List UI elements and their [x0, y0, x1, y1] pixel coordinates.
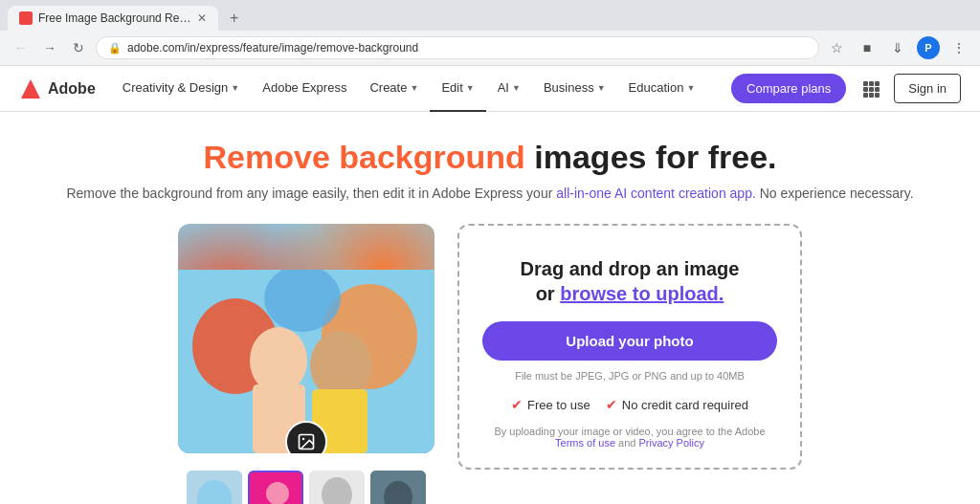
privacy-policy-link[interactable]: Privacy Policy [638, 437, 703, 449]
profile-button[interactable]: P [917, 36, 940, 59]
svg-rect-8 [863, 93, 868, 98]
hero-title-highlight: Remove background [204, 139, 525, 175]
adobe-navbar: Adobe Creativity & Design ▼ Adobe Expres… [0, 66, 980, 112]
adobe-logo-text: Adobe [48, 80, 96, 98]
preview-background [178, 224, 434, 453]
tab-label: Free Image Background Remo... [38, 11, 191, 25]
upload-area: Drag and drop an image or browse to uplo… [457, 224, 802, 470]
sign-in-button[interactable]: Sign in [894, 74, 961, 103]
hero-title: Remove background images for free. [19, 139, 961, 176]
bookmark-button[interactable]: ☆ [825, 36, 848, 59]
address-bar[interactable]: 🔒 adobe.com/in/express/feature/image/rem… [96, 36, 819, 59]
nav-item-business[interactable]: Business ▼ [532, 66, 617, 112]
menu-button[interactable]: ⋮ [947, 36, 970, 59]
svg-rect-5 [863, 87, 868, 92]
nav-item-ai[interactable]: AI ▼ [486, 66, 532, 112]
badge-1-text: Free to use [527, 398, 590, 412]
main-preview-image [178, 224, 434, 453]
hero-title-rest: images for free. [525, 139, 777, 175]
file-info-text: File must be JPEG, JPG or PNG and up to … [482, 370, 777, 382]
badges-row: ✔ Free to use ✔ No credit card required [482, 397, 777, 412]
nav-creativity-label: Creativity & Design [122, 80, 229, 95]
browser-chrome: Free Image Background Remo... ✕ + ← → ↻ … [0, 0, 980, 66]
chevron-down-icon: ▼ [231, 83, 239, 93]
browser-controls: ← → ↻ 🔒 adobe.com/in/express/feature/ima… [0, 31, 980, 65]
nav-business-label: Business [544, 80, 594, 95]
hero-subtitle: Remove the background from any image eas… [19, 186, 961, 201]
adobe-logo[interactable]: Adobe [19, 77, 96, 100]
upload-title: Drag and drop an image or browse to uplo… [482, 256, 777, 306]
nav-express-label: Adobe Express [262, 80, 346, 95]
tab-bar: Free Image Background Remo... ✕ + [0, 0, 980, 31]
svg-marker-0 [20, 12, 32, 24]
svg-point-24 [266, 482, 289, 504]
nav-edit-label: Edit [441, 80, 462, 95]
chevron-down-icon-education: ▼ [686, 83, 695, 93]
nav-create-label: Create [369, 80, 407, 95]
svg-rect-10 [875, 93, 880, 98]
thumbnail-row [178, 471, 434, 504]
image-preview [178, 224, 434, 504]
thumbnail-4[interactable] [370, 471, 426, 504]
main-content: Remove background images for free. Remov… [0, 112, 980, 504]
tab-favicon [19, 11, 33, 25]
adobe-logo-icon [19, 77, 42, 100]
svg-point-20 [302, 438, 305, 441]
browse-prefix: or [536, 283, 561, 304]
lock-icon: 🔒 [108, 42, 122, 55]
hero-link[interactable]: all-in-one AI content creation app. [556, 186, 756, 201]
chevron-down-icon-business: ▼ [597, 83, 606, 93]
apps-icon [862, 80, 880, 98]
compare-plans-button[interactable]: Compare plans [731, 74, 846, 103]
nav-ai-label: AI [498, 80, 509, 95]
browse-link[interactable]: browse to upload. [560, 283, 724, 304]
checkmark-icon-2: ✔ [606, 397, 617, 412]
free-to-use-badge: ✔ Free to use [511, 397, 590, 412]
thumbnail-3[interactable] [309, 471, 365, 504]
nav-item-edit[interactable]: Edit ▼ [430, 66, 485, 112]
svg-rect-7 [875, 87, 880, 92]
terms-of-use-link[interactable]: Terms of use [555, 437, 615, 449]
content-area: Drag and drop an image or browse to uplo… [19, 224, 961, 504]
svg-rect-3 [869, 81, 874, 86]
drag-drop-text: Drag and drop an image [521, 258, 740, 279]
browser-actions: ☆ ■ ⇓ P ⋮ [825, 36, 970, 59]
nav-item-creativity[interactable]: Creativity & Design ▼ [111, 66, 251, 112]
no-credit-card-badge: ✔ No credit card required [606, 397, 748, 412]
upload-photo-button[interactable]: Upload your photo [482, 321, 777, 361]
checkmark-icon-1: ✔ [511, 397, 523, 412]
new-tab-button[interactable]: + [222, 6, 246, 31]
svg-rect-9 [869, 93, 874, 98]
forward-button[interactable]: → [38, 36, 61, 59]
badge-2-text: No credit card required [622, 398, 748, 412]
browser-tab[interactable]: Free Image Background Remo... ✕ [8, 6, 218, 31]
back-button[interactable]: ← [10, 36, 33, 59]
svg-rect-6 [869, 87, 874, 92]
download-button[interactable]: ⇓ [886, 36, 909, 59]
tab-close-icon[interactable]: ✕ [197, 11, 207, 25]
thumbnail-1[interactable] [187, 471, 242, 504]
svg-marker-1 [21, 79, 40, 99]
nav-item-express[interactable]: Adobe Express [251, 66, 358, 112]
address-text: adobe.com/in/express/feature/image/remov… [127, 41, 807, 55]
svg-rect-4 [875, 81, 880, 86]
nav-item-create[interactable]: Create ▼ [358, 66, 430, 112]
svg-rect-2 [863, 81, 868, 86]
thumbnail-2[interactable] [248, 471, 303, 504]
nav-item-education[interactable]: Education ▼ [617, 66, 707, 112]
extensions-button[interactable]: ■ [856, 36, 879, 59]
svg-point-15 [250, 327, 307, 394]
image-icon [297, 432, 316, 451]
chevron-down-icon-create: ▼ [410, 83, 418, 93]
apps-grid-button[interactable] [858, 76, 884, 102]
chevron-down-icon-ai: ▼ [512, 83, 521, 93]
reload-button[interactable]: ↻ [67, 36, 90, 59]
nav-education-label: Education [629, 80, 684, 95]
terms-text: By uploading your image or video, you ag… [482, 426, 777, 449]
chevron-down-icon-edit: ▼ [466, 83, 475, 93]
